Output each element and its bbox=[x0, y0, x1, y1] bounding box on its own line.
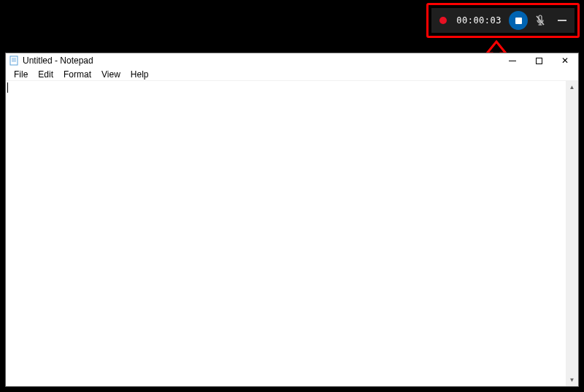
stop-recording-button[interactable] bbox=[509, 11, 528, 30]
minimize-toolbar-button[interactable] bbox=[553, 11, 572, 30]
minimize-icon bbox=[558, 20, 566, 21]
recording-indicator bbox=[434, 12, 452, 29]
svg-rect-3 bbox=[10, 56, 18, 65]
menu-help[interactable]: Help bbox=[126, 69, 154, 80]
notepad-window: Untitled - Notepad ✕ File Edit Format Vi… bbox=[5, 53, 579, 387]
menu-edit[interactable]: Edit bbox=[33, 69, 58, 80]
maximize-window-icon bbox=[536, 58, 542, 64]
stop-icon bbox=[515, 18, 522, 24]
editor-area: ▲ ▼ bbox=[6, 81, 578, 386]
menu-view[interactable]: View bbox=[96, 69, 126, 80]
vertical-scrollbar[interactable]: ▲ ▼ bbox=[566, 81, 578, 386]
minimize-window-icon bbox=[509, 61, 516, 61]
window-titlebar[interactable]: Untitled - Notepad ✕ bbox=[6, 53, 578, 68]
window-controls: ✕ bbox=[499, 53, 578, 68]
microphone-toggle-button[interactable] bbox=[531, 11, 550, 30]
recording-toolbar: 00:00:03 bbox=[431, 8, 575, 33]
window-close-button[interactable]: ✕ bbox=[552, 53, 578, 68]
notepad-app-icon bbox=[9, 55, 19, 66]
menu-bar: File Edit Format View Help bbox=[6, 68, 578, 81]
text-caret bbox=[7, 82, 8, 93]
window-minimize-button[interactable] bbox=[499, 53, 526, 68]
menu-format[interactable]: Format bbox=[58, 69, 96, 80]
menu-file[interactable]: File bbox=[9, 69, 33, 80]
scroll-track[interactable] bbox=[566, 93, 578, 374]
window-title: Untitled - Notepad bbox=[23, 55, 499, 66]
close-window-icon: ✕ bbox=[561, 56, 569, 65]
recording-timer: 00:00:03 bbox=[455, 15, 506, 26]
scroll-up-button[interactable]: ▲ bbox=[566, 81, 578, 93]
microphone-muted-icon bbox=[535, 15, 545, 26]
recording-dot-icon bbox=[439, 17, 447, 24]
scroll-down-button[interactable]: ▼ bbox=[566, 374, 578, 386]
text-editor[interactable] bbox=[6, 81, 566, 386]
annotation-highlight-box: 00:00:03 bbox=[426, 3, 580, 38]
window-maximize-button[interactable] bbox=[526, 53, 552, 68]
